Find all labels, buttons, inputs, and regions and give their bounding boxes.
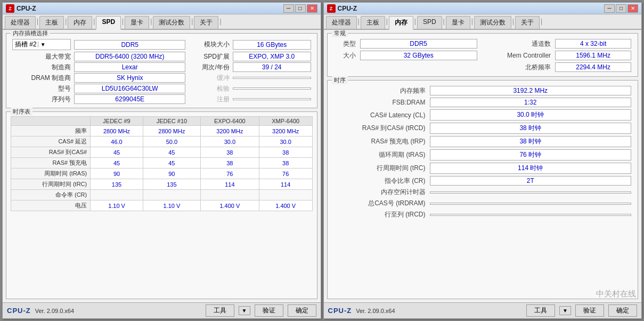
- left-tab-mainboard[interactable]: 主板: [39, 16, 64, 29]
- right-verify-btn[interactable]: 验证: [575, 304, 604, 317]
- col-header-jedec9: JEDEC #9: [91, 117, 143, 126]
- left-titlebar: Z CPU-Z ─ □ ✕: [3, 3, 321, 14]
- channels-label: 通道数: [479, 38, 553, 50]
- col-header-empty: [11, 117, 91, 126]
- timing-row-label: RAS# 到CAS# (tRCD): [332, 122, 428, 135]
- right-tab-spd[interactable]: SPD: [417, 16, 442, 29]
- spd-row-label: 行周期时间 (tRC): [11, 179, 91, 190]
- week-year-value: 39 / 24: [233, 62, 311, 72]
- spd-ext-value: EXPO, XMP 3.0: [233, 52, 311, 61]
- col-header-expo: EXPO-6400: [200, 117, 259, 126]
- right-tab-bench[interactable]: 测试分数: [474, 16, 511, 29]
- timing-row-value: 38 时钟: [428, 135, 634, 148]
- left-tab-cpu[interactable]: 处理器: [5, 16, 36, 29]
- spd-row-value: 38: [259, 147, 312, 158]
- left-maximize-btn[interactable]: □: [295, 4, 306, 13]
- slot-group-title: 内存插槽选择: [11, 30, 50, 37]
- right-app-icon: Z: [327, 4, 336, 13]
- spd-row-value: 3200 MHz: [200, 126, 259, 137]
- timing-row-value: [428, 198, 634, 209]
- week-year-label: 周次/年份: [187, 62, 231, 73]
- left-minimize-btn[interactable]: ─: [283, 4, 294, 13]
- spd-row-value: 135: [143, 179, 200, 190]
- right-tab-cpu[interactable]: 处理器: [326, 16, 357, 29]
- spd-row-value: [143, 190, 200, 200]
- left-tab-bench[interactable]: 测试分数: [153, 16, 190, 29]
- timing-row-value: 3192.2 MHz: [428, 85, 634, 97]
- timing-row-value: 38 时钟: [428, 122, 634, 135]
- col-header-xmp: XMP-6400: [259, 117, 312, 126]
- left-ok-btn[interactable]: 确定: [288, 304, 316, 317]
- right-ok-btn[interactable]: 确定: [608, 304, 637, 317]
- timing-row-value: 2T: [428, 175, 634, 187]
- mem-ctrl-label: Mem Controller: [479, 50, 553, 61]
- left-verify-btn[interactable]: 验证: [255, 304, 283, 317]
- timing-row-label: 行至列 (tRCD): [332, 209, 428, 220]
- dram-maker-value: SK Hynix: [74, 73, 185, 83]
- right-tab-memory[interactable]: 内存: [389, 16, 413, 30]
- spd-row-value: 45: [91, 147, 143, 158]
- maker-value: Lexar: [74, 62, 185, 72]
- nb-freq-label: 北桥频率: [479, 61, 553, 73]
- timing-row-label: 内存频率: [332, 85, 428, 97]
- spd-row-value: 30.0: [259, 137, 312, 147]
- right-timing-group-title: 时序: [332, 76, 348, 84]
- right-tab-mainboard[interactable]: 主板: [361, 16, 385, 29]
- right-footer: CPU-Z Ver. 2.09.0.x64 工具 ▼ 验证 确定: [324, 302, 642, 318]
- buffer-value: [233, 77, 311, 79]
- spd-row-label: RAS# 预充电: [11, 158, 91, 168]
- right-maximize-btn[interactable]: □: [616, 4, 626, 13]
- spd-row-value: 76: [200, 168, 259, 179]
- spd-timing-table: JEDEC #9 JEDEC #10 EXPO-6400 XMP-6400 频率…: [11, 116, 313, 211]
- spd-ext-label: SPD扩展: [187, 51, 231, 62]
- spd-row-value: 90: [91, 168, 143, 179]
- type-value: DDR5: [360, 39, 477, 49]
- dram-maker-label: DRAM 制造商: [11, 73, 72, 83]
- spd-row-value: 45: [143, 158, 200, 168]
- right-tools-arrow[interactable]: ▼: [559, 306, 571, 315]
- right-tab-about[interactable]: 关于: [515, 16, 540, 29]
- left-tab-about[interactable]: 关于: [194, 16, 218, 29]
- spd-row-value: 46.0: [91, 137, 143, 147]
- left-tools-arrow[interactable]: ▼: [239, 306, 250, 315]
- right-tools-btn[interactable]: 工具: [526, 304, 555, 317]
- spd-row-value: 3200 MHz: [259, 126, 312, 137]
- right-tab-gpu[interactable]: 显卡: [446, 16, 470, 29]
- spd-row-value: 2800 MHz: [143, 126, 200, 137]
- left-tab-gpu[interactable]: 显卡: [125, 16, 149, 29]
- timing-row-label: CAS# Latency (CL): [332, 108, 428, 122]
- part-no-label: 型号: [11, 83, 72, 94]
- right-close-btn[interactable]: ✕: [627, 4, 638, 13]
- spd-row-value: 135: [91, 179, 143, 190]
- timing-row-value: 76 时钟: [428, 148, 634, 162]
- left-close-btn[interactable]: ✕: [307, 4, 317, 13]
- size-label: 大小: [332, 50, 358, 61]
- size-value: 32 GBytes: [360, 51, 477, 60]
- left-footer: CPU-Z Ver. 2.09.0.x64 工具 ▼ 验证 确定: [3, 302, 321, 318]
- type-label: 类型: [332, 38, 358, 50]
- spd-row-value: 38: [200, 147, 259, 158]
- timing-row-value: 114 时钟: [428, 162, 634, 175]
- left-title: CPU-Z: [17, 5, 36, 12]
- timing-row-label: 内存空闲计时器: [332, 187, 428, 198]
- buffer-label: 缓冲: [187, 73, 231, 83]
- spd-row-value: 90: [143, 168, 200, 179]
- slot-select-arrow: ▼: [38, 42, 46, 47]
- left-footer-version: Ver. 2.09.0.x64: [35, 308, 74, 314]
- slot-select[interactable]: 插槽 #2 ▼: [12, 39, 71, 50]
- spd-row-label: CAS# 延迟: [11, 137, 91, 147]
- left-tools-btn[interactable]: 工具: [206, 304, 234, 317]
- maker-label: 制造商: [11, 62, 72, 73]
- spd-row-label: 电压: [11, 200, 91, 211]
- left-tab-spd[interactable]: SPD: [96, 16, 121, 30]
- spd-row-value: [91, 190, 143, 200]
- right-minimize-btn[interactable]: ─: [604, 4, 615, 13]
- module-size-value: 16 GBytes: [233, 40, 311, 50]
- serial-value: 6299045E: [74, 94, 185, 104]
- left-tab-memory[interactable]: 内存: [68, 16, 92, 29]
- timing-row-label: 总CAS号 (tRDRAM): [332, 198, 428, 209]
- timing-row-label: RAS# 预充电 (tRP): [332, 135, 428, 148]
- timing-group: 时序表 JEDEC #9 JEDEC #10 EXPO-6400 XMP-640…: [6, 111, 317, 299]
- timing-row-value: 30.0 时钟: [428, 108, 634, 122]
- spd-row-value: 38: [200, 158, 259, 168]
